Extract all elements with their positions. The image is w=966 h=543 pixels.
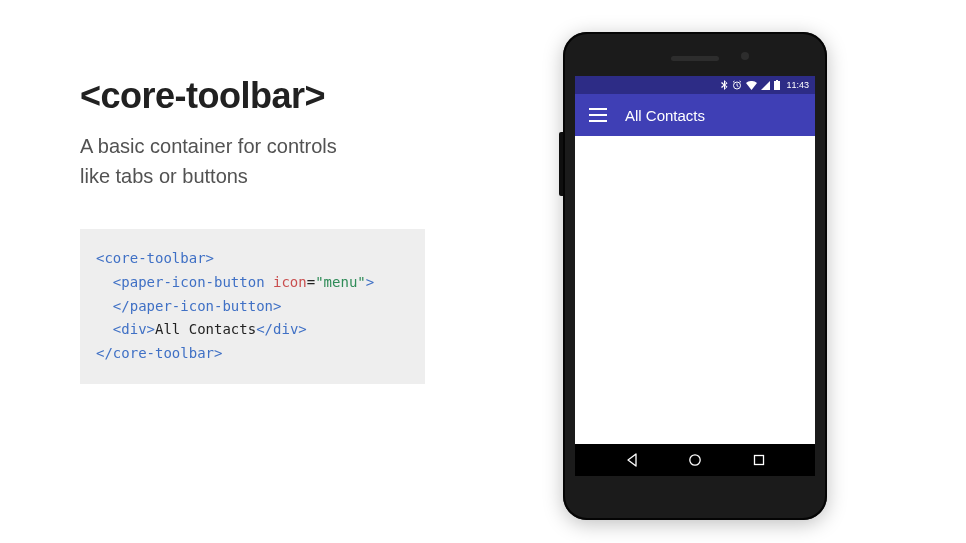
phone-speaker [671, 56, 719, 61]
phone-camera [741, 52, 749, 60]
alarm-icon [732, 80, 742, 90]
code-sample: <core-toolbar> <paper-icon-button icon="… [80, 229, 425, 384]
code-div-close: </div> [256, 321, 307, 337]
status-time: 11:43 [786, 80, 809, 90]
code-open-core: <core-toolbar> [96, 250, 214, 266]
android-status-bar: 11:43 [575, 76, 815, 94]
code-div-text: All Contacts [155, 321, 256, 337]
wifi-icon [746, 81, 757, 90]
menu-icon[interactable] [589, 108, 607, 122]
slide-subtitle: A basic container for controls like tabs… [80, 131, 480, 191]
code-div-open: <div> [113, 321, 155, 337]
code-paper-open: <paper-icon-button [113, 274, 265, 290]
android-nav-bar [575, 444, 815, 476]
svg-rect-4 [754, 456, 763, 465]
nav-home-icon[interactable] [688, 453, 702, 467]
code-attr-name: icon [273, 274, 307, 290]
app-content-area [575, 136, 815, 444]
phone-frame: 11:43 All Contacts [563, 32, 827, 520]
code-paper-close: </paper-icon-button> [113, 298, 282, 314]
battery-icon [774, 80, 780, 90]
svg-rect-2 [776, 80, 778, 81]
toolbar-title: All Contacts [625, 107, 705, 124]
code-paper-open-close: > [366, 274, 374, 290]
subtitle-line1: A basic container for controls [80, 135, 337, 157]
phone-screen: 11:43 All Contacts [575, 76, 815, 476]
core-toolbar: All Contacts [575, 94, 815, 136]
signal-icon [761, 81, 770, 90]
code-attr-eq: = [307, 274, 315, 290]
svg-rect-1 [774, 81, 780, 90]
svg-point-3 [690, 455, 700, 465]
subtitle-line2: like tabs or buttons [80, 165, 248, 187]
slide-title: <core-toolbar> [80, 75, 480, 117]
nav-back-icon[interactable] [625, 453, 639, 467]
code-close-core: </core-toolbar> [96, 345, 222, 361]
bluetooth-icon [721, 80, 728, 90]
code-attr-val: "menu" [315, 274, 366, 290]
nav-recent-icon[interactable] [752, 453, 766, 467]
